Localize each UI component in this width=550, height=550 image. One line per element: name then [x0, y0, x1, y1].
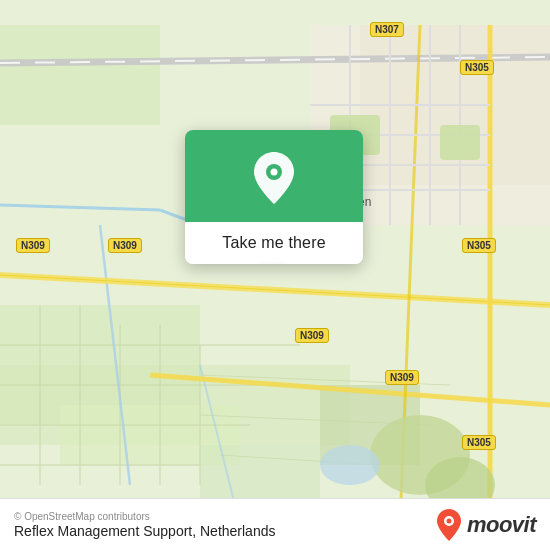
bottom-left-info: © OpenStreetMap contributors Reflex Mana…	[14, 511, 275, 539]
road-label-n305-right: N305	[462, 238, 496, 253]
bottom-bar: © OpenStreetMap contributors Reflex Mana…	[0, 498, 550, 550]
take-me-there-button[interactable]: Take me there	[185, 222, 363, 264]
location-name: Reflex Management Support, Netherlands	[14, 523, 275, 539]
road-label-n309-left2: N309	[108, 238, 142, 253]
svg-point-46	[271, 169, 278, 176]
moovit-text: moovit	[467, 512, 536, 538]
road-label-n309-right: N309	[385, 370, 419, 385]
popup-icon-area	[185, 130, 363, 222]
road-label-n307: N307	[370, 22, 404, 37]
svg-point-44	[320, 445, 380, 485]
moovit-logo[interactable]: moovit	[435, 508, 536, 542]
road-label-n305-bottom: N305	[462, 435, 496, 450]
road-label-n309-left: N309	[16, 238, 50, 253]
location-pin-icon	[248, 152, 300, 204]
map-container: N307 N305 N309 N309 N309 N309 N305 N305 …	[0, 0, 550, 550]
svg-point-48	[446, 518, 451, 523]
road-label-n309-mid: N309	[295, 328, 329, 343]
copyright-text: © OpenStreetMap contributors	[14, 511, 275, 522]
map-svg	[0, 0, 550, 550]
moovit-pin-icon	[435, 508, 463, 542]
svg-rect-3	[0, 25, 160, 125]
svg-rect-41	[440, 125, 480, 160]
road-label-n305-top: N305	[460, 60, 494, 75]
popup-card: Take me there	[185, 130, 363, 264]
